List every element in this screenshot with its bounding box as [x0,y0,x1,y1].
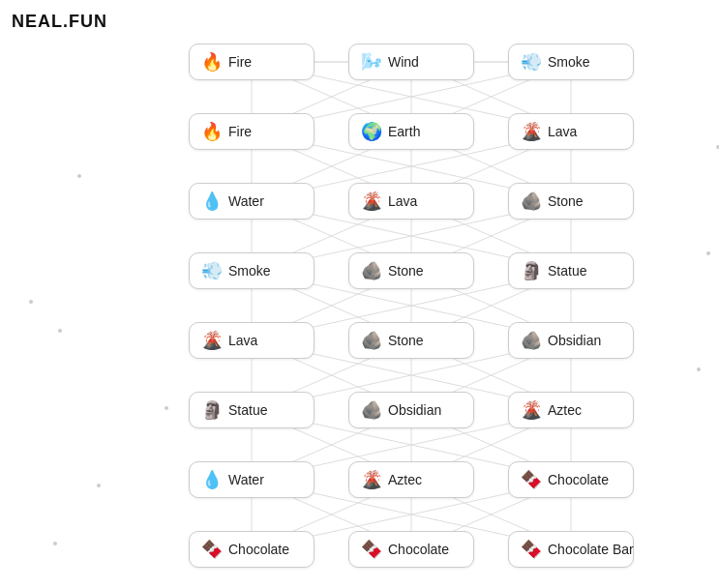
node-icon-obsidian1: 🪨 [521,332,542,349]
node-icon-statue1: 🗿 [521,262,542,279]
node-label-aztec2: Aztec [388,472,422,487]
node-icon-stone1: 🪨 [521,192,542,210]
node-stone2[interactable]: 🪨Stone [348,252,474,289]
node-label-fire2: Fire [228,124,252,139]
node-icon-obsidian2: 🪨 [361,401,382,419]
node-label-fire1: Fire [228,54,252,70]
node-aztec2[interactable]: 🌋Aztec [348,461,474,498]
node-wind1[interactable]: 🌬️Wind [348,44,474,80]
node-icon-earth1: 🌍 [361,123,382,140]
node-icon-fire2: 🔥 [201,123,223,140]
node-label-chocobar1: Chocolate Bar [548,542,634,557]
node-icon-water2: 💧 [201,471,223,488]
node-label-lava3: Lava [228,333,257,348]
node-icon-lava2: 🌋 [361,192,382,210]
node-label-obsidian2: Obsidian [388,402,441,418]
node-label-statue2: Statue [228,402,267,418]
node-icon-chocolate3: 🍫 [361,541,382,558]
node-icon-aztec2: 🌋 [361,471,382,488]
node-label-chocolate2: Chocolate [228,542,289,557]
node-lava2[interactable]: 🌋Lava [348,183,474,220]
node-icon-aztec1: 🌋 [521,401,542,419]
node-label-lava2: Lava [388,193,417,209]
node-earth1[interactable]: 🌍Earth [348,113,474,150]
node-icon-fire1: 🔥 [201,53,223,71]
node-label-stone1: Stone [548,193,584,209]
node-aztec1[interactable]: 🌋Aztec [508,392,634,428]
node-icon-lava3: 🌋 [201,332,223,349]
node-icon-chocobar1: 🍫 [521,541,542,558]
node-label-lava1: Lava [548,124,577,139]
node-stone1[interactable]: 🪨Stone [508,183,634,220]
node-chocolate2[interactable]: 🍫Chocolate [189,531,315,568]
node-obsidian1[interactable]: 🪨Obsidian [508,322,634,359]
node-statue1[interactable]: 🗿Statue [508,252,634,289]
node-icon-chocolate1: 🍫 [521,471,542,488]
node-water2[interactable]: 💧Water [189,461,315,498]
node-label-stone2: Stone [388,263,424,279]
node-label-stone3: Stone [388,333,424,348]
node-label-smoke1: Smoke [548,54,590,70]
node-icon-statue2: 🗿 [201,401,223,419]
node-icon-wind1: 🌬️ [361,53,382,71]
node-label-water1: Water [228,193,264,209]
graph-container: 🔥Fire🌬️Wind💨Smoke🔥Fire🌍Earth🌋Lava💧Water🌋… [0,29,719,588]
node-icon-chocolate2: 🍫 [201,541,223,558]
node-icon-stone2: 🪨 [361,262,382,279]
node-lava3[interactable]: 🌋Lava [189,322,315,359]
node-icon-lava1: 🌋 [521,123,542,140]
node-smoke1[interactable]: 💨Smoke [508,44,634,80]
node-label-aztec1: Aztec [548,402,582,418]
node-fire2[interactable]: 🔥Fire [189,113,315,150]
node-chocolate3[interactable]: 🍫Chocolate [348,531,474,568]
node-label-smoke2: Smoke [228,263,271,279]
node-label-earth1: Earth [388,124,420,139]
node-label-statue1: Statue [548,263,586,279]
node-obsidian2[interactable]: 🪨Obsidian [348,392,474,428]
node-lava1[interactable]: 🌋Lava [508,113,634,150]
node-icon-stone3: 🪨 [361,332,382,349]
node-label-chocolate1: Chocolate [548,472,609,487]
node-chocolate1[interactable]: 🍫Chocolate [508,461,634,498]
node-chocobar1[interactable]: 🍫Chocolate Bar [508,531,634,568]
node-icon-water1: 💧 [201,192,223,210]
node-label-chocolate3: Chocolate [388,542,449,557]
node-statue2[interactable]: 🗿Statue [189,392,315,428]
node-stone3[interactable]: 🪨Stone [348,322,474,359]
node-smoke2[interactable]: 💨Smoke [189,252,315,289]
node-label-obsidian1: Obsidian [548,333,601,348]
node-label-water2: Water [228,472,264,487]
node-water1[interactable]: 💧Water [189,183,315,220]
node-fire1[interactable]: 🔥Fire [189,44,315,80]
node-icon-smoke1: 💨 [521,53,542,71]
node-label-wind1: Wind [388,54,419,70]
node-icon-smoke2: 💨 [201,262,223,279]
